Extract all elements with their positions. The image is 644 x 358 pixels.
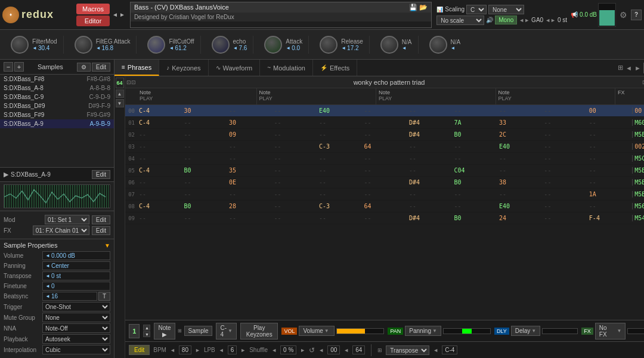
fx-edit-btn[interactable]: Edit: [92, 226, 110, 235]
save-icon[interactable]: 💾: [409, 4, 417, 11]
table-row[interactable]: 06 -- -- 0E -- -- -- D#4 B0 38 --: [125, 177, 644, 189]
knob-filtcutoff-control[interactable]: [147, 36, 165, 54]
shuffle-right[interactable]: ►: [300, 347, 305, 353]
playback-select[interactable]: Autoseek: [42, 334, 110, 344]
tab-modulation[interactable]: ~ Modulation: [260, 60, 313, 76]
knob-filtermod-arrow-left[interactable]: ◄: [32, 45, 37, 51]
pattern-nav-left[interactable]: ◄: [626, 64, 632, 72]
nav-next-icon[interactable]: ►: [119, 11, 125, 18]
note-arrow-left[interactable]: ◄: [433, 347, 438, 353]
lpb-left[interactable]: ◄: [219, 347, 224, 353]
load-icon[interactable]: 📂: [419, 4, 428, 11]
loop-start-left[interactable]: ◄: [318, 347, 324, 353]
tab-waveform[interactable]: ∿ Waveform: [209, 60, 261, 76]
pat-nav-up[interactable]: ▲: [116, 90, 124, 98]
mute-select[interactable]: None: [42, 313, 110, 322]
macros-button[interactable]: Macros: [76, 4, 110, 14]
ne-arrow-up[interactable]: ▲: [143, 325, 150, 331]
pat-nav-down[interactable]: ▼: [116, 99, 124, 107]
loop-end-left[interactable]: ◄: [343, 347, 349, 353]
sample-props-arrow[interactable]: ▼: [104, 242, 110, 249]
note-dropdown[interactable]: C-4 ▼: [216, 323, 236, 340]
mod-select[interactable]: 01: Set 1: [45, 215, 89, 224]
trans-arrow-left[interactable]: ◄: [45, 273, 50, 279]
help-icon[interactable]: ?: [631, 10, 642, 20]
t-button[interactable]: T: [98, 292, 110, 301]
play-icon[interactable]: ▶: [4, 171, 8, 178]
lpb-right[interactable]: ►: [240, 347, 246, 353]
list-item[interactable]: S:DXBass_F#9 F#9-G#9: [0, 110, 114, 119]
trigger-select[interactable]: One-ShotNormal: [42, 302, 110, 311]
bpm-right[interactable]: ►: [195, 347, 200, 353]
fine-arrow-left[interactable]: ◄: [45, 283, 50, 289]
table-row[interactable]: 03 -- -- -- -- C-3 64 -- -- E40 --: [125, 141, 644, 153]
table-row[interactable]: 08 C-4 B0 28 -- C-3 64 -- -- E40 --: [125, 200, 644, 212]
pattern-config-icon[interactable]: ⊞: [618, 64, 623, 72]
table-row[interactable]: 00 C-4 30 -- -- E40 -- -- -- -- --: [125, 105, 644, 117]
knob-echo-control[interactable]: [212, 36, 230, 54]
knob-release-arrow-left[interactable]: ◄: [341, 45, 346, 51]
none-select[interactable]: None: [488, 5, 524, 14]
list-item[interactable]: S:DXBass_F#8 F#8-G#8: [0, 75, 114, 84]
selected-edit-btn[interactable]: Edit: [92, 170, 110, 179]
table-row[interactable]: 07 -- -- -- -- -- -- -- -- -- --: [125, 189, 644, 200]
bpm-left[interactable]: ◄: [170, 347, 175, 353]
edit-transport-btn[interactable]: Edit: [129, 345, 150, 355]
list-item[interactable]: S:DXBass_C-9 C-9-D-9: [0, 92, 114, 101]
scaling-key-select[interactable]: CDE: [466, 5, 487, 14]
interp-select[interactable]: Cubic: [42, 345, 110, 354]
table-row[interactable]: 04 -- -- -- -- -- -- -- -- -- --: [125, 153, 644, 165]
tab-effects[interactable]: ⚡ Effects: [313, 60, 357, 76]
samples-config-btn[interactable]: ⚙: [77, 63, 91, 72]
note-play-btn[interactable]: Note ▶: [154, 323, 175, 340]
knob-filteg-arrow-left[interactable]: ◄: [96, 45, 101, 51]
ne-arrow-down[interactable]: ▼: [143, 331, 150, 337]
panning-dropdown[interactable]: Panning ▼: [405, 326, 441, 336]
table-row[interactable]: 09 -- -- -- -- -- -- D#4 B0 24 --: [125, 212, 644, 224]
mono-button[interactable]: Mono: [495, 16, 517, 24]
list-item-selected[interactable]: S:DXBass_A-9 A-9-B-9: [0, 119, 114, 128]
knob-filtermod-control[interactable]: [11, 36, 29, 54]
knob-attack-arrow-left[interactable]: ◄: [286, 45, 290, 51]
fx-dropdown[interactable]: No FX ▼: [595, 323, 626, 340]
knob-na1-arrow-left[interactable]: ◄: [402, 45, 407, 51]
knob-release-label: Release: [341, 38, 363, 45]
nna-select[interactable]: Note-Off: [42, 323, 110, 333]
samples-edit-btn[interactable]: Edit: [92, 63, 110, 72]
table-row[interactable]: 05 C-4 B0 35 -- -- -- -- C04 -- --: [125, 165, 644, 177]
knob-attack-label: Attack: [286, 38, 302, 45]
shuffle-left[interactable]: ◄: [271, 347, 277, 353]
minus-button[interactable]: −: [4, 62, 13, 72]
bs-arrow-left[interactable]: ◄: [45, 294, 50, 299]
editor-button[interactable]: Editor: [76, 16, 110, 26]
tab-phrases[interactable]: ≡ Phrases: [114, 60, 159, 76]
list-item[interactable]: S:DXBass_D#9 D#9-F-9: [0, 101, 114, 110]
nav-prev-icon[interactable]: ◄: [112, 11, 118, 18]
table-row[interactable]: 01 C-4 -- 30 -- -- -- D#4 7A 33 --: [125, 117, 644, 129]
tab-keyzones[interactable]: ♪ Keyzones: [159, 60, 208, 76]
knob-na2-control[interactable]: [429, 36, 447, 54]
mod-edit-btn[interactable]: Edit: [92, 215, 110, 224]
knob-na1-control[interactable]: [380, 36, 398, 54]
play-keyzones-btn[interactable]: Play Keyzones: [240, 323, 278, 340]
transpose-select-transport[interactable]: Transpose: [386, 345, 429, 355]
settings-icon[interactable]: ⚙: [620, 10, 627, 20]
knob-filtcutoff-arrow-left[interactable]: ◄: [169, 45, 174, 51]
plus-button[interactable]: +: [14, 62, 24, 72]
sample-btn[interactable]: Sample: [184, 326, 213, 336]
volume-dropdown[interactable]: Volume ▼: [299, 326, 335, 336]
fx-select[interactable]: 01: FX Chain 01: [33, 226, 89, 235]
list-item[interactable]: S:DXBass_A-8 A-8-B-8: [0, 84, 114, 92]
scale-select[interactable]: No scale: [436, 16, 484, 25]
table-row[interactable]: 02 -- -- 09 -- -- -- D#4 B0 2C --: [125, 129, 644, 141]
pan-arrow-left[interactable]: ◄: [45, 263, 50, 268]
knob-na2-arrow-left[interactable]: ◄: [451, 45, 456, 51]
knob-filteg-control[interactable]: [75, 36, 92, 54]
vol-arrow-left[interactable]: ◄: [45, 253, 50, 258]
knob-attack-control[interactable]: [264, 36, 282, 54]
knob-release-control[interactable]: [320, 36, 338, 54]
pattern-nav-right[interactable]: ►: [634, 64, 641, 72]
loop-icon[interactable]: ↺: [309, 346, 315, 354]
knob-echo-arrow-left[interactable]: ◄: [233, 45, 238, 51]
delay-dropdown[interactable]: Delay ▼: [511, 326, 541, 336]
